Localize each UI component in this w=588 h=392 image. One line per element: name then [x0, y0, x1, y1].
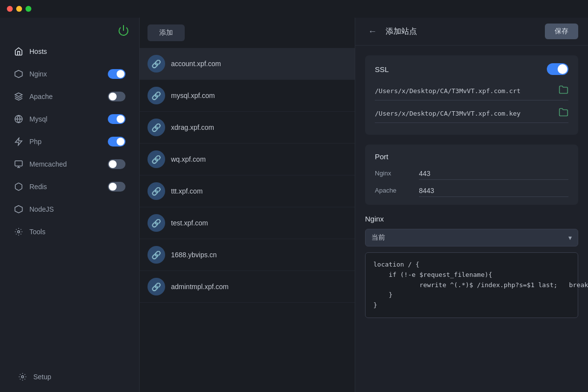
sidebar-item-apache[interactable]: Apache	[4, 86, 135, 107]
memcached-icon	[14, 159, 24, 169]
home-icon	[14, 47, 24, 56]
tools-icon	[14, 227, 24, 237]
sidebar-item-redis[interactable]: Redis	[4, 176, 135, 197]
key-path-row	[375, 104, 568, 123]
host-link-icon: 🔗	[147, 87, 165, 104]
cert-path-input[interactable]	[375, 87, 555, 95]
port-grid: Nginx Apache	[375, 168, 568, 197]
cert-path-row	[375, 82, 568, 100]
close-dot[interactable]	[7, 6, 13, 12]
sidebar-label-php: Php	[29, 138, 108, 146]
memcached-toggle[interactable]	[108, 159, 125, 169]
back-button[interactable]: ←	[365, 25, 380, 38]
host-item[interactable]: 🔗 mysql.xpf.com	[140, 80, 355, 112]
host-name: test.xpf.com	[171, 219, 208, 227]
cert-folder-icon[interactable]	[559, 85, 568, 97]
detail-header: ← 添加站点 保存	[355, 18, 588, 46]
sidebar-label-nodejs: NodeJS	[29, 205, 125, 213]
main-content: 添加 🔗 account.xpf.com 🔗 mysql.xpf.com 🔗 x…	[140, 18, 588, 392]
detail-title: 添加站点	[386, 26, 545, 37]
host-link-icon: 🔗	[147, 246, 165, 264]
key-path-input[interactable]	[375, 110, 555, 117]
host-name: xdrag.xpf.com	[171, 123, 214, 131]
php-icon	[14, 137, 24, 147]
sidebar-item-setup[interactable]: Setup	[8, 366, 131, 388]
save-button[interactable]: 保存	[545, 24, 578, 39]
detail-panel: ← 添加站点 保存 SSL	[355, 18, 588, 392]
add-host-button[interactable]: 添加	[147, 24, 185, 41]
sidebar-label-setup: Setup	[33, 373, 122, 381]
svg-marker-8	[15, 206, 23, 213]
host-list-header: 添加	[140, 18, 355, 48]
chevron-down-icon: ▾	[568, 234, 572, 242]
sidebar-item-tools[interactable]: Tools	[4, 221, 135, 243]
redis-icon	[14, 182, 24, 192]
sidebar-item-memcached[interactable]: Memcached	[4, 153, 135, 175]
host-name: admintmpl.xpf.com	[171, 283, 228, 291]
host-link-icon: 🔗	[147, 278, 165, 295]
ssl-section: SSL	[365, 55, 578, 135]
ssl-header: SSL	[375, 63, 568, 75]
detail-body: SSL	[355, 46, 588, 328]
nginx-section-title: Nginx	[365, 215, 578, 223]
key-folder-icon[interactable]	[559, 107, 568, 120]
host-link-icon: 🔗	[147, 182, 165, 200]
host-list-panel: 添加 🔗 account.xpf.com 🔗 mysql.xpf.com 🔗 x…	[140, 18, 355, 392]
minimize-dot[interactable]	[16, 6, 22, 12]
svg-rect-5	[15, 161, 23, 166]
host-list: 🔗 account.xpf.com 🔗 mysql.xpf.com 🔗 xdra…	[140, 48, 355, 392]
power-area	[0, 18, 139, 40]
apache-toggle[interactable]	[108, 92, 125, 101]
ssl-label: SSL	[375, 65, 389, 74]
port-section: Port Nginx Apache	[365, 145, 578, 205]
sidebar-label-apache: Apache	[29, 93, 108, 100]
apache-port-input[interactable]	[419, 185, 568, 197]
nginx-port-input[interactable]	[419, 168, 568, 180]
sidebar-item-nodejs[interactable]: NodeJS	[4, 198, 135, 220]
host-link-icon: 🔗	[147, 150, 165, 168]
host-name: ttt.xpf.com	[171, 187, 203, 195]
sidebar-label-memcached: Memcached	[29, 160, 108, 168]
setup-icon	[18, 372, 27, 382]
host-item[interactable]: 🔗 1688.ybvips.cn	[140, 239, 355, 271]
titlebar	[0, 0, 588, 18]
host-item[interactable]: 🔗 admintmpl.xpf.com	[140, 271, 355, 303]
sidebar-item-nginx[interactable]: Nginx	[4, 63, 135, 85]
host-item[interactable]: 🔗 wq.xpf.com	[140, 144, 355, 175]
sidebar-label-nginx: Nginx	[29, 70, 108, 78]
mysql-icon	[14, 114, 24, 124]
nginx-config-section: Nginx 当前 ▾ location / { if (!-e $request…	[365, 215, 578, 318]
sidebar-label-redis: Redis	[29, 183, 108, 191]
host-item[interactable]: 🔗 test.xpf.com	[140, 207, 355, 239]
apache-icon	[14, 92, 24, 101]
sidebar-item-mysql[interactable]: Mysql	[4, 108, 135, 130]
sidebar-item-hosts[interactable]: Hosts	[4, 41, 135, 62]
sidebar-bottom: Setup	[0, 362, 139, 392]
sidebar-label-tools: Tools	[29, 228, 125, 236]
ssl-toggle[interactable]	[547, 63, 568, 75]
sidebar-label-hosts: Hosts	[29, 48, 125, 55]
maximize-dot[interactable]	[25, 6, 31, 12]
host-item[interactable]: 🔗 account.xpf.com	[140, 48, 355, 80]
php-toggle[interactable]	[108, 137, 125, 147]
nginx-port-label: Nginx	[375, 170, 414, 180]
mysql-toggle[interactable]	[108, 114, 125, 124]
sidebar-item-php[interactable]: Php	[4, 131, 135, 152]
host-link-icon: 🔗	[147, 55, 165, 73]
redis-toggle[interactable]	[108, 182, 125, 192]
dropdown-value: 当前	[371, 233, 385, 242]
port-label: Port	[375, 152, 389, 161]
svg-marker-4	[15, 138, 22, 146]
svg-marker-1	[15, 71, 23, 78]
power-icon[interactable]	[118, 24, 129, 36]
host-name: 1688.ybvips.cn	[171, 251, 217, 259]
svg-point-10	[22, 376, 24, 378]
nginx-code-block[interactable]: location / { if (!-e $request_filename){…	[365, 252, 578, 318]
svg-point-9	[18, 231, 20, 233]
host-name: account.xpf.com	[171, 60, 221, 68]
host-item[interactable]: 🔗 ttt.xpf.com	[140, 175, 355, 207]
host-link-icon: 🔗	[147, 119, 165, 136]
host-item[interactable]: 🔗 xdrag.xpf.com	[140, 112, 355, 144]
nginx-dropdown[interactable]: 当前 ▾	[365, 229, 578, 246]
nginx-toggle[interactable]	[108, 69, 125, 79]
